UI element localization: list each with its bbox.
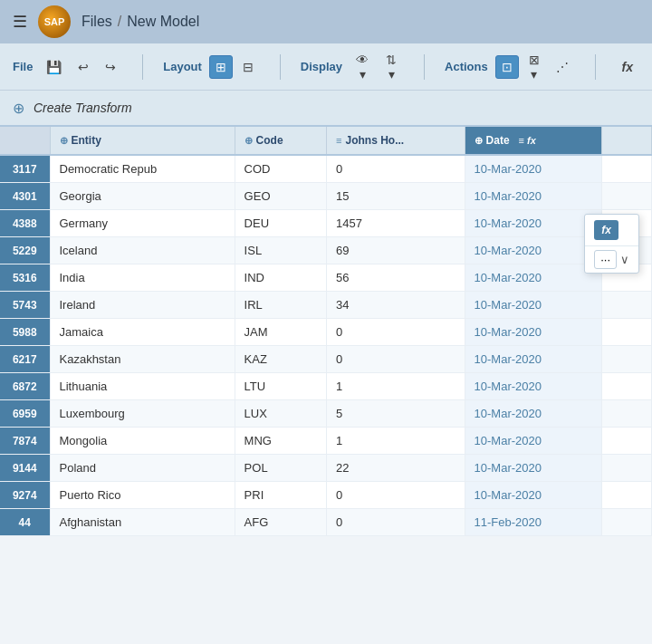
display-eye-button[interactable]: 👁 ▾ xyxy=(350,48,376,86)
cell-johns: 22 xyxy=(327,455,465,482)
table-row: 9144 Poland POL 22 10-Mar-2020 xyxy=(0,455,652,482)
cell-johns: 1457 xyxy=(327,210,465,237)
table-row: 6872 Lithuania LTU 1 10-Mar-2020 xyxy=(0,373,652,400)
table-row: 4388 Germany DEU 1457 10-Mar-2020 xyxy=(0,210,652,237)
cell-entity: Lithuania xyxy=(50,373,235,400)
col-header-entity[interactable]: ⊕ Entity xyxy=(50,127,235,155)
cell-extra xyxy=(602,400,652,428)
cell-extra xyxy=(602,509,652,536)
cell-johns: 56 xyxy=(327,264,465,292)
file-group: File 💾 ↩ ↪ xyxy=(13,55,122,79)
column-action-popup: fx ··· ∨ xyxy=(584,214,639,274)
popup-fx-button[interactable]: fx xyxy=(594,220,618,240)
col-header-code[interactable]: ⊕ Code xyxy=(235,127,327,155)
transform-icon: ⊕ xyxy=(13,100,24,117)
cell-entity: Kazakhstan xyxy=(50,346,235,373)
cell-johns: 5 xyxy=(327,400,465,428)
cell-code: PRI xyxy=(235,482,327,509)
table-row: 5743 Ireland IRL 34 10-Mar-2020 xyxy=(0,292,652,319)
cell-johns: 0 xyxy=(327,319,465,346)
action-main-button[interactable]: ⊡ xyxy=(495,55,519,79)
cell-date: 11-Feb-2020 xyxy=(465,509,601,536)
col-header-code-label: Code xyxy=(256,134,283,147)
undo-button[interactable]: ↩ xyxy=(72,55,95,79)
cell-id: 9274 xyxy=(0,482,50,509)
cell-id: 5988 xyxy=(0,319,50,346)
cell-date: 10-Mar-2020 xyxy=(465,373,601,400)
cell-entity: Georgia xyxy=(50,183,235,210)
transform-label: Create Transform xyxy=(34,101,132,115)
popup-chevron-button[interactable]: ∨ xyxy=(620,253,629,266)
action-secondary-button[interactable]: ⊠ ▾ xyxy=(523,48,546,86)
breadcrumb-separator: / xyxy=(118,14,121,30)
table-row: 5316 India IND 56 10-Mar-2020 xyxy=(0,264,652,292)
grid-view-button[interactable]: ⊞ xyxy=(209,55,233,79)
display-sort-button[interactable]: ⇅ ▾ xyxy=(379,48,405,86)
cell-date: 10-Mar-2020 xyxy=(465,455,601,482)
cell-extra xyxy=(602,319,652,346)
popup-more-button[interactable]: ··· xyxy=(594,250,617,269)
cell-date: 10-Mar-2020 xyxy=(465,482,601,509)
cell-code: POL xyxy=(235,455,327,482)
table-row: 5988 Jamaica JAM 0 10-Mar-2020 xyxy=(0,319,652,346)
cell-entity: Poland xyxy=(50,455,235,482)
layout-group: Layout ⊞ ⊟ xyxy=(163,55,260,79)
cell-date: 10-Mar-2020 xyxy=(465,319,601,346)
breadcrumb-files[interactable]: Files xyxy=(82,14,112,30)
cell-entity: Puerto Rico xyxy=(50,482,235,509)
sap-logo: SAP xyxy=(38,5,71,38)
cell-code: COD xyxy=(235,155,327,183)
toolbar: File 💾 ↩ ↪ Layout ⊞ ⊟ Display 👁 ▾ ⇅ ▾ Ac… xyxy=(0,43,652,91)
cell-extra xyxy=(602,292,652,319)
cell-extra xyxy=(602,428,652,455)
separator-4 xyxy=(595,54,596,80)
cell-code: MNG xyxy=(235,428,327,455)
table-row: 6217 Kazakhstan KAZ 0 10-Mar-2020 xyxy=(0,346,652,373)
redo-button[interactable]: ↪ xyxy=(99,55,122,79)
transform-bar: ⊕ Create Transform xyxy=(0,91,652,127)
fx-toolbar-button[interactable]: fx xyxy=(616,55,639,79)
list-view-button[interactable]: ⊟ xyxy=(236,55,260,79)
cell-johns: 34 xyxy=(327,292,465,319)
save-button[interactable]: 💾 xyxy=(40,55,68,79)
cell-id: 7874 xyxy=(0,428,50,455)
col-header-johns[interactable]: ≡ Johns Ho... xyxy=(327,127,465,155)
col-header-date-label: Date xyxy=(486,134,510,147)
cell-date: 10-Mar-2020 xyxy=(465,292,601,319)
col-header-id xyxy=(0,127,50,155)
col-header-johns-label: Johns Ho... xyxy=(346,134,405,147)
cell-id: 6959 xyxy=(0,400,50,428)
cell-entity: Afghanistan xyxy=(50,509,235,536)
cell-date: 10-Mar-2020 xyxy=(465,183,601,210)
cell-date: 10-Mar-2020 xyxy=(465,210,601,237)
cell-date: 10-Mar-2020 xyxy=(465,400,601,428)
cell-entity: Germany xyxy=(50,210,235,237)
cell-extra xyxy=(602,183,652,210)
cell-johns: 0 xyxy=(327,155,465,183)
layout-label: Layout xyxy=(163,60,202,73)
cell-id: 6217 xyxy=(0,346,50,373)
table-row: 6959 Luxembourg LUX 5 10-Mar-2020 xyxy=(0,400,652,428)
data-table-container: ⊕ Entity ⊕ Code ≡ Johns Ho... xyxy=(0,127,652,536)
display-group: Display 👁 ▾ ⇅ ▾ xyxy=(301,48,404,86)
cell-id: 5316 xyxy=(0,264,50,292)
cell-code: KAZ xyxy=(235,346,327,373)
separator-3 xyxy=(424,54,425,80)
breadcrumb: Files / New Model xyxy=(82,14,199,30)
separator-2 xyxy=(280,54,281,80)
cell-johns: 69 xyxy=(327,237,465,264)
cell-entity: Luxembourg xyxy=(50,400,235,428)
cell-id: 6872 xyxy=(0,373,50,400)
action-connect-button[interactable]: ⋰ xyxy=(550,55,575,79)
menu-icon[interactable]: ☰ xyxy=(13,12,27,32)
cell-entity: Democratic Repub xyxy=(50,155,235,183)
display-label: Display xyxy=(301,60,342,73)
cell-code: LUX xyxy=(235,400,327,428)
cell-johns: 0 xyxy=(327,509,465,536)
table-row: 4301 Georgia GEO 15 10-Mar-2020 xyxy=(0,183,652,210)
col-header-date[interactable]: ⊕ Date ≡ fx xyxy=(465,127,601,155)
cell-entity: Ireland xyxy=(50,292,235,319)
cell-johns: 15 xyxy=(327,183,465,210)
cell-code: LTU xyxy=(235,373,327,400)
actions-group: Actions ⊡ ⊠ ▾ ⋰ xyxy=(445,48,575,86)
